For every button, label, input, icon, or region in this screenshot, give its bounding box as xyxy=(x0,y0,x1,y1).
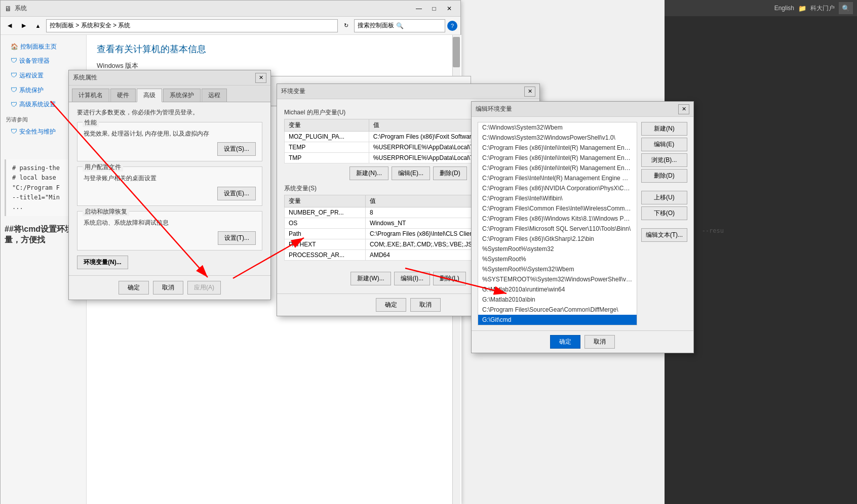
startup-settings-button[interactable]: 设置(T)... xyxy=(218,231,256,245)
sidebar-label-2: 远程设置 xyxy=(19,71,44,80)
forward-button[interactable]: ▶ xyxy=(18,20,30,32)
window-icon: 🖥 xyxy=(5,5,12,13)
tab-remote[interactable]: 远程 xyxy=(202,89,227,102)
sysattr-footer: 确定 取消 应用(A) xyxy=(69,275,270,300)
list-item[interactable]: G:\Matlab2010a\runtime\win64 xyxy=(478,284,637,295)
sys-var-name: PROCESSOR_AR... xyxy=(285,250,366,261)
list-item[interactable]: %SystemRoot% xyxy=(478,254,637,264)
list-item[interactable]: C:\Program Files (x86)\Windows Kits\8.1\… xyxy=(478,214,637,224)
sysattr-cancel-button[interactable]: 取消 xyxy=(153,281,183,295)
sysattr-ok-button[interactable]: 确定 xyxy=(119,281,149,295)
editenv-down-button[interactable]: 下移(O) xyxy=(641,206,687,220)
editenv-edit-text-button[interactable]: 编辑文本(T)... xyxy=(641,228,687,242)
code-line-5: ... xyxy=(12,202,76,212)
up-button[interactable]: ▲ xyxy=(32,20,44,32)
minimize-button[interactable]: — xyxy=(412,3,426,14)
help-button[interactable]: ? xyxy=(447,21,457,31)
window-titlebar: 🖥 系统 — □ ✕ xyxy=(1,1,460,17)
user-var-name: TEMP xyxy=(285,142,369,153)
list-item[interactable]: C:\Program Files (x86)\NVIDIA Corporatio… xyxy=(478,183,637,193)
shield-icon-3: 🛡 xyxy=(11,85,17,96)
close-button[interactable]: ✕ xyxy=(442,3,456,14)
list-item[interactable]: %SYSTEMROOT%\System32\WindowsPowerShell\… xyxy=(478,274,637,284)
code-line-4: --title1="Min xyxy=(12,193,76,202)
list-item[interactable]: C:\Program Files (x86)\GtkSharp\2.12\bin xyxy=(478,234,637,244)
startup-btn-row: 设置(T)... xyxy=(84,231,256,245)
list-item[interactable]: C:\Program Files (x86)\Intel\Intel(R) Ma… xyxy=(478,163,637,173)
editenv-body: C:\Windows\System32\WbemC:\Windows\Syste… xyxy=(472,117,693,330)
envvar-cancel-button[interactable]: 取消 xyxy=(410,298,441,312)
sysattr-close-button[interactable]: ✕ xyxy=(255,73,266,83)
list-item[interactable]: C:\Program Files\Common Files\Intel\Wire… xyxy=(478,203,637,214)
sys-new-button[interactable]: 新建(W)... xyxy=(350,272,391,285)
list-item[interactable]: %SystemRoot%\System32\Wbem xyxy=(478,264,637,274)
back-button[interactable]: ◀ xyxy=(4,20,16,32)
editenv-close-button[interactable]: ✕ xyxy=(678,104,689,114)
sys-vars-col-var: 变量 xyxy=(285,195,366,207)
editenv-delete-button[interactable]: 删除(D) xyxy=(641,169,687,183)
search-box[interactable]: 搜索控制面板 🔍 xyxy=(354,19,445,32)
tab-advanced[interactable]: 高级 xyxy=(137,89,162,102)
editenv-edit-button[interactable]: 编辑(E) xyxy=(641,138,687,151)
list-item[interactable]: G:\Matlab2010a\bin xyxy=(478,295,637,305)
sysattr-titlebar: 系统属性 ✕ xyxy=(69,70,270,86)
sys-var-name: NUMBER_OF_PR... xyxy=(285,207,366,218)
list-item[interactable]: C:\Program Files\Microsoft SQL Server\11… xyxy=(478,224,637,234)
right-search-button[interactable]: 🔍 xyxy=(839,2,853,14)
maximize-button[interactable]: □ xyxy=(427,3,441,14)
sys-var-name: Path xyxy=(285,229,366,239)
list-item[interactable]: C:\Windows\System32\Wbem xyxy=(478,122,637,133)
editenv-browse-button[interactable]: 浏览(B)... xyxy=(641,153,687,167)
sysattr-body: 要进行大多数更改，你必须作为管理员登录。 性能 视觉效果, 处理器计划, 内存使… xyxy=(69,102,270,275)
editenv-list[interactable]: C:\Windows\System32\WbemC:\Windows\Syste… xyxy=(478,122,637,325)
userprofile-btn-row: 设置(E)... xyxy=(84,187,256,200)
envvar-close-button[interactable]: ✕ xyxy=(524,87,535,97)
editenv-ok-button[interactable]: 确定 xyxy=(550,335,580,349)
list-item[interactable]: C:\Windows\System32\WindowsPowerShell\v1… xyxy=(478,133,637,143)
sys-delete-button[interactable]: 删除(L) xyxy=(433,272,466,285)
list-item[interactable]: C:\Program Files\Intel\Intel(R) Manageme… xyxy=(478,173,637,183)
editenv-up-button[interactable]: 上移(U) xyxy=(641,191,687,204)
envvar-titlebar: 环境变量 ✕ xyxy=(277,84,539,99)
user-var-name: MOZ_PLUGIN_PA... xyxy=(285,132,369,142)
refresh-button[interactable]: ↻ xyxy=(340,20,352,32)
user-new-button[interactable]: 新建(N)... xyxy=(349,166,388,180)
sidebar-item-device-manager[interactable]: 🛡 设备管理器 xyxy=(1,54,86,68)
editenv-cancel-button[interactable]: 取消 xyxy=(585,335,615,349)
userprofile-settings-button[interactable]: 设置(E)... xyxy=(217,187,256,200)
list-item[interactable]: %SystemRoot%\system32 xyxy=(478,244,637,254)
tab-system-protection[interactable]: 系统保护 xyxy=(163,89,201,102)
address-path[interactable]: 控制面板 > 系统和安全 > 系统 xyxy=(46,19,338,32)
code-line-1: # passing-the xyxy=(12,163,76,173)
sysattr-performance-group: 性能 视觉效果, 处理器计划, 内存使用, 以及虚拟内存 设置(S)... xyxy=(77,122,262,161)
sys-edit-button[interactable]: 编辑(I)... xyxy=(394,272,430,285)
performance-settings-button[interactable]: 设置(S)... xyxy=(217,142,256,156)
editenv-titlebar: 编辑环境变量 ✕ xyxy=(472,102,693,117)
home-icon: 🏠 xyxy=(11,42,18,52)
list-item[interactable]: C:\Program Files\Intel\Wifibin\ xyxy=(478,193,637,203)
user-delete-button[interactable]: 删除(D) xyxy=(433,166,467,180)
list-item[interactable]: C:\Program Files\SourceGear\Common\DiffM… xyxy=(478,305,637,315)
envvar-ok-button[interactable]: 确定 xyxy=(376,298,406,312)
sysattr-title: 系统属性 xyxy=(73,73,255,82)
right-toolbar-folder-icon: 📁 xyxy=(798,5,806,12)
sys-var-name: PATHEXT xyxy=(285,239,366,250)
window-controls: — □ ✕ xyxy=(412,3,456,14)
sidebar-item-home[interactable]: 🏠 控制面板主页 xyxy=(1,40,86,54)
dialog-system-properties: 系统属性 ✕ 计算机名 硬件 高级 系统保护 远程 要进行大多数更改，你必须作为… xyxy=(68,70,271,300)
scrollbar-thumb[interactable] xyxy=(453,37,460,67)
sys-var-name: OS xyxy=(285,218,366,229)
list-item[interactable]: C:\Program Files (x86)\Intel\Intel(R) Ma… xyxy=(478,153,637,163)
userprofile-desc: 与登录账户相关的桌面设置 xyxy=(84,174,256,183)
env-var-button[interactable]: 环境变量(N)... xyxy=(77,256,128,269)
windows-version-label: Windows 版本 xyxy=(97,61,451,70)
tab-hardware[interactable]: 硬件 xyxy=(110,89,136,102)
list-item[interactable]: G:\Git\cmd xyxy=(478,315,637,325)
tab-computer-name[interactable]: 计算机名 xyxy=(72,89,109,102)
user-edit-button[interactable]: 编辑(E)... xyxy=(392,166,430,180)
list-item[interactable]: C:\Program Files (x86)\Intel\Intel(R) Ma… xyxy=(478,143,637,153)
sysattr-apply-button[interactable]: 应用(A) xyxy=(187,281,221,295)
shield-icon-2: 🛡 xyxy=(11,70,17,81)
editenv-new-button[interactable]: 新建(N) xyxy=(641,122,687,136)
search-placeholder: 搜索控制面板 xyxy=(358,21,394,30)
